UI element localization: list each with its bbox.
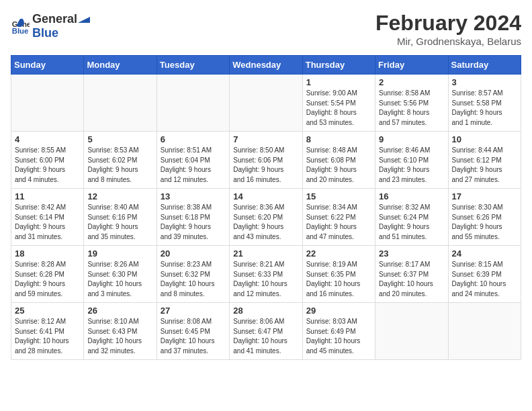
day-info: Sunrise: 8:48 AMSunset: 6:08 PMDaylight:… [306,146,371,185]
weekday-header-thursday: Thursday [302,56,375,75]
header: General Blue General Blue February 2024 … [11,11,521,47]
day-number: 7 [233,134,298,144]
day-number: 6 [161,134,226,144]
weekday-header-tuesday: Tuesday [157,56,229,75]
logo: General Blue General Blue [11,11,91,40]
day-info: Sunrise: 8:51 AMSunset: 6:04 PMDaylight:… [161,146,226,185]
day-number: 3 [452,77,517,87]
calendar-cell: 14Sunrise: 8:36 AMSunset: 6:20 PMDayligh… [230,189,302,246]
weekday-header-friday: Friday [375,56,448,75]
month-year-title: February 2024 [375,11,521,36]
logo-triangle-icon [78,11,90,23]
calendar-body: 1Sunrise: 9:00 AMSunset: 5:54 PMDaylight… [11,75,521,360]
day-number: 2 [379,77,444,87]
calendar-cell: 18Sunrise: 8:28 AMSunset: 6:28 PMDayligh… [11,246,84,303]
logo-text-general: General [32,12,77,26]
calendar-cell [230,75,302,132]
day-info: Sunrise: 8:15 AMSunset: 6:39 PMDaylight:… [452,260,517,299]
title-area: February 2024 Mir, Grodnenskaya, Belarus [375,11,521,47]
day-info: Sunrise: 8:08 AMSunset: 6:45 PMDaylight:… [161,317,226,356]
day-info: Sunrise: 8:38 AMSunset: 6:18 PMDaylight:… [161,203,226,242]
day-info: Sunrise: 8:30 AMSunset: 6:26 PMDaylight:… [452,203,517,242]
calendar-cell: 6Sunrise: 8:51 AMSunset: 6:04 PMDaylight… [157,132,229,189]
day-number: 19 [87,248,152,259]
calendar-cell [11,75,84,132]
day-number: 18 [15,248,80,259]
logo-icon: General Blue [11,16,30,35]
calendar-week-1: 4Sunrise: 8:55 AMSunset: 6:00 PMDaylight… [11,132,521,189]
calendar-cell: 3Sunrise: 8:57 AMSunset: 5:58 PMDaylight… [448,75,521,132]
calendar-cell [84,75,157,132]
weekday-header-wednesday: Wednesday [230,56,302,75]
calendar-cell: 24Sunrise: 8:15 AMSunset: 6:39 PMDayligh… [448,246,521,303]
calendar-cell: 16Sunrise: 8:32 AMSunset: 6:24 PMDayligh… [375,189,448,246]
day-number: 22 [306,248,371,259]
calendar-cell: 12Sunrise: 8:40 AMSunset: 6:16 PMDayligh… [84,189,157,246]
day-info: Sunrise: 8:06 AMSunset: 6:47 PMDaylight:… [233,317,298,356]
calendar-cell: 22Sunrise: 8:19 AMSunset: 6:35 PMDayligh… [302,246,375,303]
day-info: Sunrise: 8:19 AMSunset: 6:35 PMDaylight:… [306,260,371,299]
calendar-cell: 25Sunrise: 8:12 AMSunset: 6:41 PMDayligh… [11,303,84,360]
calendar-cell: 8Sunrise: 8:48 AMSunset: 6:08 PMDaylight… [302,132,375,189]
calendar-cell: 11Sunrise: 8:42 AMSunset: 6:14 PMDayligh… [11,189,84,246]
calendar-cell: 28Sunrise: 8:06 AMSunset: 6:47 PMDayligh… [230,303,302,360]
day-number: 26 [87,306,152,316]
day-number: 20 [161,248,226,259]
calendar-week-2: 11Sunrise: 8:42 AMSunset: 6:14 PMDayligh… [11,189,521,246]
day-info: Sunrise: 8:36 AMSunset: 6:20 PMDaylight:… [233,203,298,242]
day-number: 21 [233,248,298,259]
day-info: Sunrise: 8:28 AMSunset: 6:28 PMDaylight:… [15,260,80,299]
calendar-cell: 21Sunrise: 8:21 AMSunset: 6:33 PMDayligh… [230,246,302,303]
day-info: Sunrise: 8:57 AMSunset: 5:58 PMDaylight:… [452,89,517,128]
day-info: Sunrise: 8:58 AMSunset: 5:56 PMDaylight:… [379,89,444,128]
calendar-cell: 9Sunrise: 8:46 AMSunset: 6:10 PMDaylight… [375,132,448,189]
calendar-cell: 7Sunrise: 8:50 AMSunset: 6:06 PMDaylight… [230,132,302,189]
day-number: 8 [306,134,371,144]
day-info: Sunrise: 8:12 AMSunset: 6:41 PMDaylight:… [15,317,80,356]
day-info: Sunrise: 8:53 AMSunset: 6:02 PMDaylight:… [87,146,152,185]
calendar-cell [375,303,448,360]
location-title: Mir, Grodnenskaya, Belarus [375,36,521,47]
calendar-cell: 29Sunrise: 8:03 AMSunset: 6:49 PMDayligh… [302,303,375,360]
day-number: 16 [379,191,444,201]
svg-marker-2 [78,17,90,23]
day-number: 10 [452,134,517,144]
day-info: Sunrise: 8:42 AMSunset: 6:14 PMDaylight:… [15,203,80,242]
day-info: Sunrise: 9:00 AMSunset: 5:54 PMDaylight:… [306,89,371,128]
day-info: Sunrise: 8:40 AMSunset: 6:16 PMDaylight:… [87,203,152,242]
day-number: 29 [306,306,371,316]
day-info: Sunrise: 8:23 AMSunset: 6:32 PMDaylight:… [161,260,226,299]
calendar-cell: 13Sunrise: 8:38 AMSunset: 6:18 PMDayligh… [157,189,229,246]
svg-text:Blue: Blue [12,27,29,35]
day-number: 9 [379,134,444,144]
day-number: 23 [379,248,444,259]
calendar-cell: 5Sunrise: 8:53 AMSunset: 6:02 PMDaylight… [84,132,157,189]
calendar-cell: 27Sunrise: 8:08 AMSunset: 6:45 PMDayligh… [157,303,229,360]
day-info: Sunrise: 8:50 AMSunset: 6:06 PMDaylight:… [233,146,298,185]
day-number: 5 [87,134,152,144]
calendar-cell: 2Sunrise: 8:58 AMSunset: 5:56 PMDaylight… [375,75,448,132]
weekday-header-saturday: Saturday [448,56,521,75]
calendar-week-0: 1Sunrise: 9:00 AMSunset: 5:54 PMDaylight… [11,75,521,132]
day-info: Sunrise: 8:34 AMSunset: 6:22 PMDaylight:… [306,203,371,242]
weekday-header-sunday: Sunday [11,56,84,75]
day-info: Sunrise: 8:32 AMSunset: 6:24 PMDaylight:… [379,203,444,242]
day-number: 4 [15,134,80,144]
calendar-cell: 1Sunrise: 9:00 AMSunset: 5:54 PMDaylight… [302,75,375,132]
day-info: Sunrise: 8:03 AMSunset: 6:49 PMDaylight:… [306,317,371,356]
calendar-week-3: 18Sunrise: 8:28 AMSunset: 6:28 PMDayligh… [11,246,521,303]
weekday-header-monday: Monday [84,56,157,75]
day-number: 15 [306,191,371,201]
calendar-cell [448,303,521,360]
calendar-table: SundayMondayTuesdayWednesdayThursdayFrid… [11,55,521,360]
calendar-week-4: 25Sunrise: 8:12 AMSunset: 6:41 PMDayligh… [11,303,521,360]
day-info: Sunrise: 8:44 AMSunset: 6:12 PMDaylight:… [452,146,517,185]
day-number: 24 [452,248,517,259]
day-number: 12 [87,191,152,201]
day-number: 25 [15,306,80,316]
day-info: Sunrise: 8:46 AMSunset: 6:10 PMDaylight:… [379,146,444,185]
day-info: Sunrise: 8:26 AMSunset: 6:30 PMDaylight:… [87,260,152,299]
day-info: Sunrise: 8:21 AMSunset: 6:33 PMDaylight:… [233,260,298,299]
calendar-cell: 23Sunrise: 8:17 AMSunset: 6:37 PMDayligh… [375,246,448,303]
calendar-cell: 20Sunrise: 8:23 AMSunset: 6:32 PMDayligh… [157,246,229,303]
